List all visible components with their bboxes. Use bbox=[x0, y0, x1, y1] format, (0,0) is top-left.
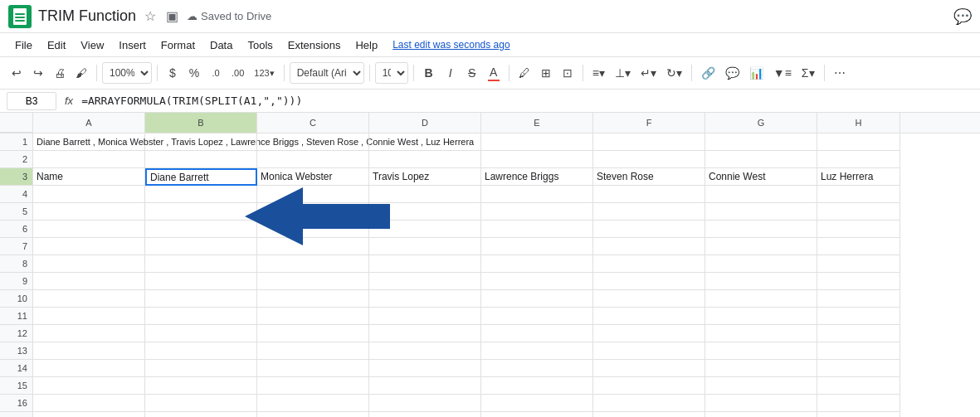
function-button[interactable]: Σ▾ bbox=[797, 61, 819, 85]
cell-h2[interactable] bbox=[817, 151, 900, 168]
more-formats-button[interactable]: 123▾ bbox=[250, 61, 278, 85]
col-header-a[interactable]: A bbox=[33, 113, 145, 133]
cell-a3[interactable]: Name bbox=[33, 168, 145, 186]
cell-g1[interactable] bbox=[705, 133, 817, 151]
decimal-dec-button[interactable]: .0 bbox=[206, 61, 226, 85]
cell-reference-input[interactable] bbox=[7, 92, 56, 110]
menu-data[interactable]: Data bbox=[203, 36, 239, 54]
cell-b1[interactable] bbox=[145, 133, 257, 151]
filter-button[interactable]: ▼≡ bbox=[769, 61, 796, 85]
cell-e1[interactable] bbox=[481, 133, 593, 151]
row-num-7[interactable]: 7 bbox=[0, 238, 32, 255]
row-num-5[interactable]: 5 bbox=[0, 203, 32, 221]
menu-help[interactable]: Help bbox=[349, 36, 384, 54]
col-header-h[interactable]: H bbox=[817, 113, 900, 133]
font-color-button[interactable]: A bbox=[484, 61, 504, 85]
row-num-15[interactable]: 15 bbox=[0, 377, 32, 395]
cell-b3[interactable]: Diane Barrett bbox=[145, 168, 257, 186]
cell-g2[interactable] bbox=[705, 151, 817, 168]
grid-container: 1 2 3 4 5 6 7 8 9 10 11 12 13 14 15 16 1… bbox=[0, 133, 980, 417]
comments-icon[interactable]: 💬 bbox=[953, 7, 972, 26]
cell-c2[interactable] bbox=[257, 151, 369, 168]
col-header-c[interactable]: C bbox=[257, 113, 369, 133]
cell-g3[interactable]: Connie West bbox=[705, 168, 817, 186]
chart-button[interactable]: 📊 bbox=[745, 61, 768, 85]
menu-format[interactable]: Format bbox=[154, 36, 202, 54]
rotate-button[interactable]: ↻▾ bbox=[662, 61, 686, 85]
font-name-select[interactable]: Default (Arial) bbox=[290, 62, 364, 84]
bold-button[interactable]: B bbox=[419, 61, 439, 85]
col-header-g[interactable]: G bbox=[705, 113, 817, 133]
row-num-3[interactable]: 3 bbox=[0, 168, 32, 186]
cell-h1[interactable] bbox=[817, 133, 900, 151]
last-edit-link[interactable]: Last edit was seconds ago bbox=[392, 39, 510, 51]
toolbar-divider-8 bbox=[691, 65, 692, 81]
row-num-14[interactable]: 14 bbox=[0, 360, 32, 377]
col-header-b[interactable]: B bbox=[145, 113, 257, 133]
highlight-color-button[interactable]: 🖊 bbox=[514, 61, 534, 85]
cell-b2[interactable] bbox=[145, 151, 257, 168]
row-num-17[interactable]: 17 bbox=[0, 412, 32, 417]
formula-input[interactable] bbox=[81, 92, 973, 110]
cell-f3[interactable]: Steven Rose bbox=[593, 168, 705, 186]
menu-edit[interactable]: Edit bbox=[41, 36, 72, 54]
column-headers: A B C D E F G H bbox=[0, 113, 980, 133]
fx-icon: fx bbox=[60, 95, 78, 107]
col-header-e[interactable]: E bbox=[481, 113, 593, 133]
italic-button[interactable]: I bbox=[441, 61, 461, 85]
more-button[interactable]: ⋯ bbox=[830, 61, 850, 85]
row-num-13[interactable]: 13 bbox=[0, 342, 32, 360]
row-num-6[interactable]: 6 bbox=[0, 221, 32, 238]
menu-tools[interactable]: Tools bbox=[241, 36, 279, 54]
merge-button[interactable]: ⊡ bbox=[558, 61, 578, 85]
cell-h3[interactable]: Luz Herrera bbox=[817, 168, 900, 186]
link-button[interactable]: 🔗 bbox=[697, 61, 719, 85]
cell-e3[interactable]: Lawrence Briggs bbox=[481, 168, 593, 186]
redo-button[interactable]: ↪ bbox=[28, 61, 48, 85]
row-num-9[interactable]: 9 bbox=[0, 273, 32, 290]
col-header-f[interactable]: F bbox=[593, 113, 705, 133]
row-num-2[interactable]: 2 bbox=[0, 151, 32, 168]
cell-a2[interactable] bbox=[33, 151, 145, 168]
zoom-select[interactable]: 100% bbox=[102, 62, 152, 84]
cell-f1[interactable] bbox=[593, 133, 705, 151]
font-size-select[interactable]: 10 bbox=[375, 62, 408, 84]
col-header-d[interactable]: D bbox=[369, 113, 481, 133]
row-num-8[interactable]: 8 bbox=[0, 255, 32, 273]
drive-icon[interactable]: ▣ bbox=[164, 7, 180, 26]
row-num-1[interactable]: 1 bbox=[0, 133, 32, 151]
menu-file[interactable]: File bbox=[8, 36, 39, 54]
strikethrough-button[interactable]: S bbox=[462, 61, 482, 85]
cell-a1[interactable]: Diane Barrett , Monica Webster , Travis … bbox=[33, 133, 145, 151]
wrap-button[interactable]: ↵▾ bbox=[636, 61, 661, 85]
borders-button[interactable]: ⊞ bbox=[536, 61, 556, 85]
paint-format-button[interactable]: 🖌 bbox=[71, 61, 91, 85]
menu-insert[interactable]: Insert bbox=[112, 36, 153, 54]
decimal-inc-button[interactable]: .00 bbox=[227, 61, 248, 85]
cell-d2[interactable] bbox=[369, 151, 481, 168]
menu-view[interactable]: View bbox=[74, 36, 110, 54]
saved-status: ☁ Saved to Drive bbox=[187, 10, 271, 22]
cell-e2[interactable] bbox=[481, 151, 593, 168]
row-num-12[interactable]: 12 bbox=[0, 325, 32, 342]
row-num-10[interactable]: 10 bbox=[0, 290, 32, 308]
row-num-4[interactable]: 4 bbox=[0, 186, 32, 203]
align-button[interactable]: ≡▾ bbox=[588, 61, 609, 85]
cell-d1[interactable] bbox=[369, 133, 481, 151]
star-icon[interactable]: ☆ bbox=[143, 7, 158, 26]
comment-button[interactable]: 💬 bbox=[721, 61, 744, 85]
valign-button[interactable]: ⊥▾ bbox=[611, 61, 635, 85]
cell-d3[interactable]: Travis Lopez bbox=[369, 168, 481, 186]
row-num-16[interactable]: 16 bbox=[0, 395, 32, 412]
cell-c3[interactable]: Monica Webster bbox=[257, 168, 369, 186]
print-button[interactable]: 🖨 bbox=[50, 61, 70, 85]
menu-extensions[interactable]: Extensions bbox=[281, 36, 348, 54]
cell-f2[interactable] bbox=[593, 151, 705, 168]
cell-c1[interactable] bbox=[257, 133, 369, 151]
undo-button[interactable]: ↩ bbox=[7, 61, 27, 85]
currency-button[interactable]: $ bbox=[163, 61, 183, 85]
percent-button[interactable]: % bbox=[184, 61, 204, 85]
row-num-11[interactable]: 11 bbox=[0, 308, 32, 325]
table-row bbox=[33, 412, 980, 417]
row-col-corner bbox=[0, 113, 33, 133]
